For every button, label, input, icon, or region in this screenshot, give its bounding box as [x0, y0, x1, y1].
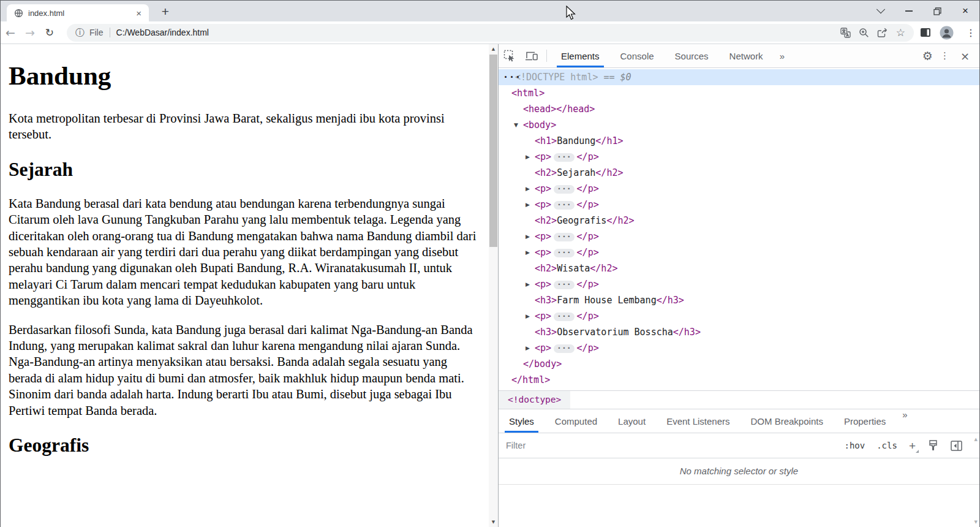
device-toolbar-icon[interactable] [521, 50, 543, 61]
zoom-icon[interactable] [859, 28, 869, 38]
tab-elements[interactable]: Elements [551, 44, 610, 67]
avatar[interactable] [940, 26, 954, 40]
more-tabs-icon[interactable]: » [774, 51, 790, 61]
tab-close-icon[interactable]: × [134, 9, 144, 18]
collapse-arrow-icon[interactable]: ▼ [514, 117, 518, 133]
dom-tag: <h2> [535, 215, 557, 226]
scrollbar-down-icon[interactable]: ▼ [489, 517, 498, 527]
browser-menu-kebab-icon[interactable]: ⋮ [962, 27, 979, 39]
collapsed-content-ellipsis-icon[interactable]: ··· [554, 201, 574, 210]
sidebar-tab-properties[interactable]: Properties [834, 409, 896, 433]
dom-tree-row[interactable]: <h2>Geografis</h2> [499, 213, 979, 229]
styles-scrollbar-up-icon[interactable]: ▲ [974, 437, 978, 442]
dom-tree-row[interactable]: ▶<p>···</p> [499, 276, 979, 292]
browser-tab[interactable]: index.html × [7, 4, 149, 21]
rendered-page: Bandung Kota metropolitan terbesar di Pr… [1, 44, 489, 527]
reload-icon[interactable]: ↻ [40, 26, 59, 39]
collapsed-content-ellipsis-icon[interactable]: ··· [554, 185, 574, 194]
dom-tree-row[interactable]: <h3>Farm House Lembang</h3> [499, 292, 979, 308]
tab-network[interactable]: Network [719, 44, 774, 67]
devtools-close-icon[interactable]: × [957, 50, 973, 63]
dom-text: Bandung [557, 135, 595, 146]
tab-sources[interactable]: Sources [665, 44, 719, 67]
dom-tree-row[interactable]: ▼<body> [499, 117, 979, 133]
dom-tag: <p> [535, 183, 551, 194]
scrollbar-up-icon[interactable]: ▲ [489, 44, 498, 54]
bookmark-star-icon[interactable]: ☆ [896, 26, 905, 39]
dom-tag: <p> [535, 199, 551, 210]
expand-arrow-icon[interactable]: ▶ [526, 229, 530, 245]
expand-arrow-icon[interactable]: ▶ [526, 181, 530, 197]
collapsed-content-ellipsis-icon[interactable]: ··· [554, 344, 574, 353]
new-tab-button[interactable]: + [157, 4, 174, 21]
dom-tree-row[interactable]: ···<!DOCTYPE html> == $0 [499, 69, 979, 85]
address-bar[interactable]: ⓘ File C:/WebDasar/index.html [67, 24, 914, 42]
tab-search-chevron-icon[interactable] [867, 1, 895, 21]
expand-arrow-icon[interactable]: ▶ [526, 308, 530, 324]
dom-tree-row[interactable]: <h2>Wisata</h2> [499, 260, 979, 276]
sidebar-tab-styles[interactable]: Styles [499, 409, 545, 433]
expand-arrow-icon[interactable]: ▶ [526, 197, 530, 213]
dom-tree-row[interactable]: <h2>Sejarah</h2> [499, 165, 979, 181]
collapsed-content-ellipsis-icon[interactable]: ··· [554, 313, 574, 321]
dom-tree-row[interactable]: ▶<p>···</p> [499, 197, 979, 213]
dom-tag: </h2> [595, 167, 623, 178]
share-icon[interactable] [877, 28, 888, 38]
back-icon[interactable]: ← [1, 26, 20, 39]
breadcrumb-doctype[interactable]: <!doctype> [499, 391, 570, 409]
dom-tag: <head></head> [523, 104, 595, 115]
dom-tree-row[interactable]: ▶<p>···</p> [499, 229, 979, 245]
styles-scrollbar-down-icon[interactable]: ▼ [974, 520, 978, 525]
expand-arrow-icon[interactable]: ▶ [526, 276, 530, 292]
dom-tree-row[interactable]: ▶<p>···</p> [499, 308, 979, 324]
toggle-sidebar-icon[interactable] [951, 441, 962, 451]
inspect-element-icon[interactable] [499, 50, 521, 62]
new-style-rule-icon[interactable]: + [909, 440, 916, 452]
url-text[interactable]: C:/WebDasar/index.html [116, 28, 840, 37]
page-scrollbar[interactable]: ▲ ▼ [489, 44, 498, 527]
heading-geografis: Geografis [9, 434, 483, 457]
dom-tag: <h3> [535, 327, 557, 338]
window-close-icon[interactable]: × [951, 1, 979, 21]
scrollbar-thumb[interactable] [489, 55, 497, 247]
minimize-icon[interactable] [895, 1, 923, 21]
sidebar-tab-dom-breakpoints[interactable]: DOM Breakpoints [741, 409, 834, 433]
dom-tree-row[interactable]: <h3>Observatorium Bosscha</h3> [499, 324, 979, 340]
devtools-menu-kebab-icon[interactable]: ⋮ [935, 50, 954, 61]
dom-tree-row[interactable]: ▶<p>···</p> [499, 149, 979, 165]
restore-icon[interactable] [923, 1, 951, 21]
dom-tag: </html> [511, 374, 550, 385]
collapsed-content-ellipsis-icon[interactable]: ··· [554, 153, 574, 162]
settings-gear-icon[interactable]: ⚙ [922, 49, 933, 63]
side-panel-icon[interactable] [920, 28, 931, 37]
dom-text: Geografis [557, 215, 606, 226]
forward-icon[interactable]: → [20, 26, 40, 39]
dom-tree-row[interactable]: </html> [499, 372, 979, 388]
sidebar-more-tabs-icon[interactable]: » [896, 409, 912, 433]
expand-arrow-icon[interactable]: ▶ [526, 245, 530, 260]
translate-icon[interactable] [840, 28, 851, 38]
pseudo-state-toggle[interactable]: :hov [844, 441, 865, 450]
site-info-icon[interactable]: ⓘ [75, 27, 85, 39]
dom-tree-row[interactable]: <h1>Bandung</h1> [499, 133, 979, 149]
rendering-brush-icon[interactable] [927, 440, 939, 451]
dom-tree-row[interactable]: ▶<p>···</p> [499, 181, 979, 197]
element-class-toggle[interactable]: .cls [876, 441, 897, 450]
sidebar-tab-layout[interactable]: Layout [608, 409, 656, 433]
dom-tag: </h1> [595, 135, 623, 146]
dom-tree-row[interactable]: ▶<p>···</p> [499, 340, 979, 356]
expand-arrow-icon[interactable]: ▶ [526, 340, 530, 356]
sidebar-tab-event-listeners[interactable]: Event Listeners [656, 409, 740, 433]
dom-tag: <p> [535, 279, 551, 290]
dom-tree-row[interactable]: </body> [499, 356, 979, 372]
collapsed-content-ellipsis-icon[interactable]: ··· [554, 249, 574, 257]
dom-tree-row[interactable]: <html> [499, 85, 979, 101]
dom-tree-row[interactable]: ▶<p>···</p> [499, 245, 979, 260]
tab-console[interactable]: Console [610, 44, 665, 67]
sidebar-tab-computed[interactable]: Computed [545, 409, 608, 433]
collapsed-content-ellipsis-icon[interactable]: ··· [554, 233, 574, 241]
dom-tree-row[interactable]: <head></head> [499, 101, 979, 117]
styles-filter-input[interactable]: Filter [506, 441, 844, 450]
expand-arrow-icon[interactable]: ▶ [526, 149, 530, 165]
collapsed-content-ellipsis-icon[interactable]: ··· [554, 281, 574, 289]
